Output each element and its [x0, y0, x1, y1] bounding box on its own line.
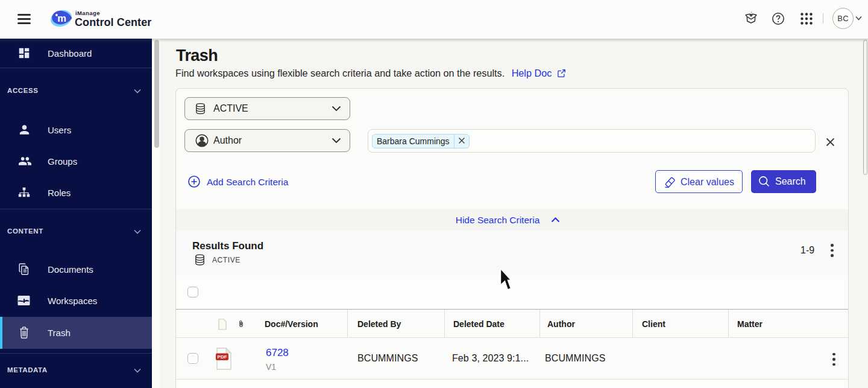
- svg-text:PDF: PDF: [218, 354, 227, 360]
- svg-text:m: m: [57, 13, 66, 24]
